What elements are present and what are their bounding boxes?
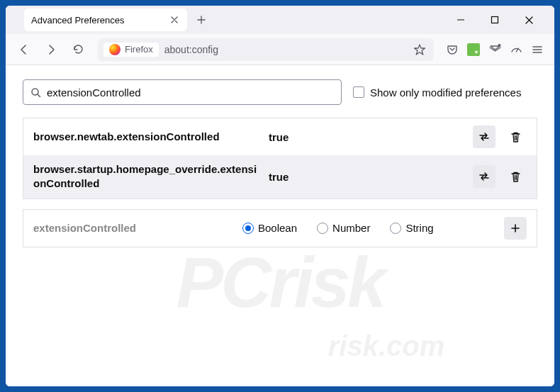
toggle-button[interactable] <box>473 165 495 188</box>
window-controls <box>447 9 549 31</box>
search-row: Show only modified preferences <box>23 79 537 105</box>
radio-string[interactable]: String <box>390 222 433 234</box>
tab-title: Advanced Preferences <box>31 15 163 26</box>
search-icon <box>30 87 41 98</box>
pref-value: true <box>269 131 464 143</box>
bookmark-star-button[interactable] <box>411 41 428 58</box>
forward-button[interactable] <box>40 38 62 61</box>
pref-value: true <box>269 171 464 183</box>
pref-row[interactable]: browser.newtab.extensionControlled true <box>23 118 537 155</box>
new-tab-button[interactable] <box>190 9 213 31</box>
svg-point-1 <box>498 44 500 47</box>
radio-icon <box>317 223 328 234</box>
type-radio-group: Boolean Number String <box>242 222 497 234</box>
delete-button[interactable] <box>504 125 527 148</box>
firefox-logo-icon <box>109 44 121 55</box>
checkbox-label: Show only modified preferences <box>370 86 521 99</box>
watermark-sub: risk.com <box>328 330 445 362</box>
radio-icon <box>242 223 254 234</box>
radio-label: Number <box>332 222 370 234</box>
identity-label: Firefox <box>125 44 153 55</box>
url-bar[interactable]: Firefox about:config <box>98 38 434 61</box>
pref-row[interactable]: browser.startup.homepage_override.extens… <box>23 155 537 198</box>
browser-tab[interactable]: Advanced Preferences <box>24 9 187 31</box>
toggle-button[interactable] <box>473 125 495 148</box>
watermark-main: PCrisk <box>177 242 384 323</box>
add-pref-row: extensionControlled Boolean Number Strin… <box>23 209 537 247</box>
checkbox-icon <box>353 86 364 98</box>
pocket-icon[interactable] <box>445 43 459 57</box>
search-box[interactable] <box>23 79 342 105</box>
radio-number[interactable]: Number <box>317 222 370 234</box>
mail-icon[interactable] <box>488 43 502 57</box>
back-button[interactable] <box>13 38 35 61</box>
radio-label: Boolean <box>258 222 297 234</box>
url-text: about:config <box>164 44 405 55</box>
browser-window: Advanced Preferences <box>6 6 554 386</box>
dashboard-icon[interactable] <box>509 43 523 57</box>
close-tab-button[interactable] <box>169 14 180 26</box>
minimize-button[interactable] <box>447 9 475 31</box>
delete-button[interactable] <box>504 165 527 188</box>
pref-name: browser.startup.homepage_override.extens… <box>33 162 260 191</box>
radio-boolean[interactable]: Boolean <box>242 222 297 234</box>
identity-box[interactable]: Firefox <box>103 43 159 57</box>
reload-button[interactable] <box>67 38 89 61</box>
titlebar: Advanced Preferences <box>6 6 554 34</box>
svg-rect-0 <box>492 17 498 23</box>
add-button[interactable] <box>504 217 527 240</box>
add-pref-name: extensionControlled <box>33 222 235 234</box>
search-input[interactable] <box>47 86 334 99</box>
pref-name: browser.newtab.extensionControlled <box>33 130 260 144</box>
prefs-list: browser.newtab.extensionControlled true … <box>23 118 537 199</box>
radio-icon <box>390 223 401 234</box>
menu-button[interactable] <box>530 43 544 57</box>
radio-label: String <box>405 222 433 234</box>
extension-green-icon[interactable] <box>466 43 481 57</box>
maximize-button[interactable] <box>481 9 509 31</box>
nav-toolbar: Firefox about:config <box>6 34 554 65</box>
toolbar-extensions <box>442 43 547 57</box>
close-window-button[interactable] <box>515 9 543 31</box>
show-modified-checkbox[interactable]: Show only modified preferences <box>353 86 521 99</box>
about-config-content: Show only modified preferences browser.n… <box>6 65 554 386</box>
